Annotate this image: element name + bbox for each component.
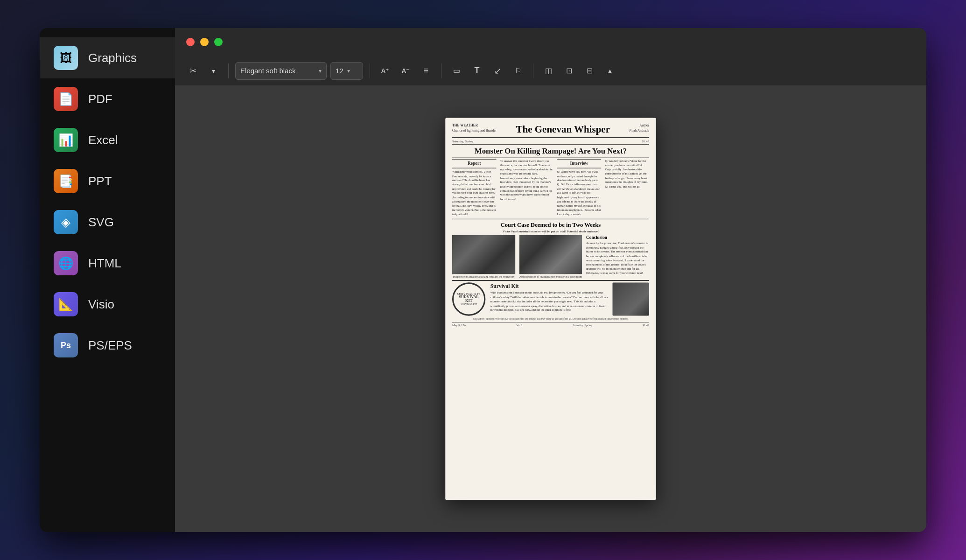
sidebar-label-visio: Visio bbox=[88, 297, 114, 312]
survival-text-area: Survival Kit With Frankenstein's monster… bbox=[490, 282, 609, 312]
survival-section: SURVIVAL KIT SURVIVALKIT SURVIVAL KIT Su… bbox=[452, 282, 649, 317]
interview-text2: Q: Would you blame Victor for the murder… bbox=[605, 159, 650, 189]
font-size-text: 12 bbox=[336, 67, 343, 75]
flag-tool-button[interactable] bbox=[510, 63, 526, 79]
sidebar-item-graphics[interactable]: Graphics bbox=[40, 37, 175, 78]
headline-divider bbox=[452, 158, 649, 158]
weather-desc: Chance of lightning and thunder bbox=[452, 128, 497, 132]
weather-label: THE WEATHER bbox=[452, 124, 478, 127]
author-name: Noah Andrade bbox=[629, 128, 649, 132]
conclusion-text: As seen by the prosecutor, Frankenstein'… bbox=[586, 241, 649, 275]
survival-circle: SURVIVAL KIT SURVIVALKIT SURVIVAL KIT bbox=[452, 282, 485, 315]
footer-price: $1.49 bbox=[643, 323, 649, 326]
font-name-text: Elegant soft black bbox=[240, 67, 315, 75]
font-selector[interactable]: Elegant soft black ▾ bbox=[235, 62, 327, 80]
caption1: Frankenstein's creature attacking Willia… bbox=[452, 275, 515, 278]
interview-text: Q: Where were you born? A: I was not bor… bbox=[557, 170, 602, 217]
conclusion-title: Conclusion bbox=[586, 235, 649, 240]
sidebar-label-ppt: PPT bbox=[88, 174, 112, 189]
survival-kit-sub: SURVIVAL KIT bbox=[461, 303, 477, 305]
toolbar: Elegant soft black ▾ 12 ▾ bbox=[175, 56, 926, 86]
document-area: THE WEATHER Chance of lightning and thun… bbox=[175, 86, 926, 532]
sidebar-label-svg: SVG bbox=[88, 215, 114, 230]
disclaimer: Disclaimer: 'Monster Protection Kit' is … bbox=[452, 317, 649, 320]
sidebar-item-html[interactable]: HTML bbox=[40, 243, 175, 284]
align2-button[interactable] bbox=[581, 63, 598, 79]
sidebar-label-pdf: PDF bbox=[88, 92, 112, 106]
sidebar-item-excel[interactable]: Excel bbox=[40, 119, 175, 161]
font-dropdown-arrow: ▾ bbox=[319, 68, 322, 74]
sidebar-label-html: HTML bbox=[88, 256, 121, 271]
header-divider bbox=[452, 137, 649, 138]
sidebar-item-visio[interactable]: Visio bbox=[40, 284, 175, 325]
ppt-icon bbox=[54, 169, 78, 193]
sidebar-label-graphics: Graphics bbox=[88, 51, 137, 65]
align-button[interactable] bbox=[418, 63, 434, 79]
toolbar-separator-3 bbox=[441, 63, 441, 78]
graphics-icon bbox=[54, 46, 78, 70]
intro-text: To answer this question I went directly … bbox=[500, 159, 553, 202]
court-headline: Court Case Deemed to be in Two Weeks bbox=[452, 221, 649, 229]
rectangle-tool-button[interactable] bbox=[448, 63, 465, 79]
minimize-button[interactable] bbox=[200, 38, 209, 46]
footer-date2: Saturday, Spring bbox=[573, 323, 592, 326]
svg-icon bbox=[54, 210, 78, 234]
html-icon bbox=[54, 251, 78, 275]
size-selector[interactable]: 12 ▾ bbox=[330, 62, 363, 80]
font-increase-button[interactable] bbox=[377, 63, 393, 79]
font-decrease-button[interactable] bbox=[397, 63, 414, 79]
toolbar-separator-4 bbox=[533, 63, 533, 78]
interview-heading: Interview bbox=[557, 159, 602, 168]
report-heading: Report bbox=[452, 159, 496, 168]
caption2: Artist depiction of Frankenstein's monst… bbox=[519, 275, 582, 278]
survival-image bbox=[612, 282, 649, 315]
price-label: $1.49 bbox=[642, 139, 649, 142]
maximize-button[interactable] bbox=[214, 38, 223, 46]
sidebar-label-pseps: PS/EPS bbox=[88, 338, 132, 353]
title-bar bbox=[175, 28, 926, 56]
pdf-icon bbox=[54, 87, 78, 111]
visio-icon bbox=[54, 292, 78, 316]
layers-button[interactable] bbox=[540, 63, 557, 79]
frame-button[interactable] bbox=[560, 63, 577, 79]
traffic-lights bbox=[186, 38, 223, 46]
newspaper-title: The Genevan Whisper bbox=[497, 124, 629, 135]
courtroom-image-visual bbox=[519, 235, 582, 274]
courtroom-image bbox=[519, 235, 582, 274]
close-button[interactable] bbox=[186, 38, 195, 46]
excel-icon bbox=[54, 128, 78, 152]
pseps-icon bbox=[54, 333, 78, 357]
survival-gear-visual bbox=[612, 282, 649, 315]
newspaper-footer: May 9, 17-- Vo. 1 Saturday, Spring $1.49 bbox=[452, 322, 649, 326]
main-content: Elegant soft black ▾ 12 ▾ bbox=[175, 28, 926, 532]
toolbar-separator-1 bbox=[228, 63, 229, 78]
survival-title: Survival Kit bbox=[490, 282, 609, 290]
court-sub: Victor Frankenstein's monster will be pu… bbox=[452, 230, 649, 233]
survival-text: With Frankenstein's monster on the loose… bbox=[490, 291, 609, 313]
dropdown-button[interactable] bbox=[205, 63, 222, 79]
author-label: Author bbox=[639, 124, 649, 127]
monster-image-visual bbox=[452, 235, 515, 274]
footer-vol: Vo. 1 bbox=[516, 323, 522, 326]
text-tool-button[interactable] bbox=[469, 63, 485, 79]
scissors-button[interactable] bbox=[184, 63, 201, 79]
triangle-button[interactable] bbox=[602, 63, 618, 79]
sidebar-item-svg[interactable]: SVG bbox=[40, 202, 175, 243]
arrow-tool-button[interactable] bbox=[489, 63, 506, 79]
sidebar-item-ppt[interactable]: PPT bbox=[40, 161, 175, 202]
date-label: Saturday, Spring bbox=[452, 139, 473, 142]
columns-divider bbox=[452, 218, 649, 219]
sidebar-item-pseps[interactable]: PS/EPS bbox=[40, 325, 175, 366]
images-divider bbox=[452, 280, 649, 281]
survival-logo: SURVIVAL KIT SURVIVALKIT SURVIVAL KIT bbox=[452, 282, 486, 317]
monster-attack-image bbox=[452, 235, 515, 274]
author-section: Author Noah Andrade bbox=[629, 124, 649, 133]
sidebar: Graphics PDF Excel PPT SVG HTML Visio P bbox=[40, 28, 175, 532]
sidebar-label-excel: Excel bbox=[88, 133, 118, 147]
report-text: World renowned scientist, Victor Franken… bbox=[452, 170, 496, 217]
size-dropdown-arrow: ▾ bbox=[347, 68, 350, 74]
app-window: Graphics PDF Excel PPT SVG HTML Visio P bbox=[40, 28, 926, 532]
toolbar-separator-2 bbox=[370, 63, 370, 78]
meta-divider bbox=[452, 144, 649, 145]
sidebar-item-pdf[interactable]: PDF bbox=[40, 78, 175, 119]
